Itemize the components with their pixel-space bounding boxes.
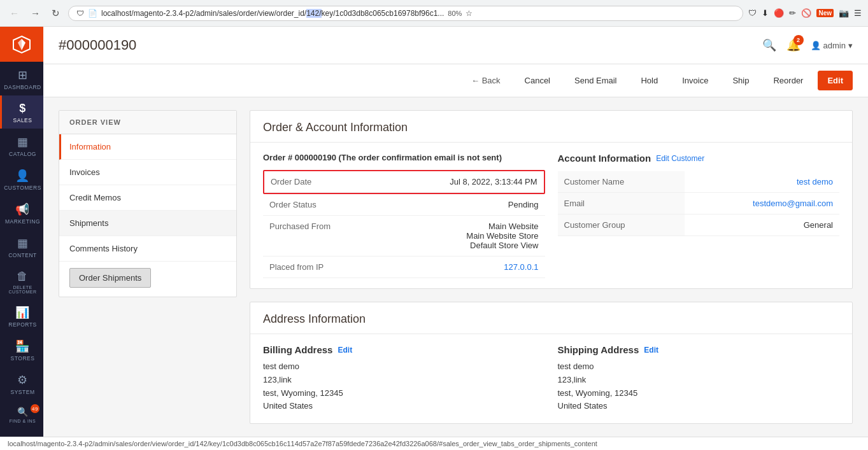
placed-from-ip-value: 127.0.0.1 [390, 257, 544, 278]
sidebar-item-marketing[interactable]: 📢 Marketing [0, 196, 43, 230]
sidebar-item-stores[interactable]: 🏪 Stores [0, 333, 43, 367]
url-bar[interactable]: 🛡 📄 localhost/magento-2.3.4-p2/admin/sal… [68, 6, 743, 21]
back-button[interactable]: ← Back [462, 71, 510, 90]
sidebar-item-catalog-label: Catalog [9, 151, 36, 157]
order-account-section-title: Order & Account Information [250, 111, 852, 143]
sidebar-item-customers[interactable]: 👤 Customers [0, 162, 43, 196]
account-info-col: Account Information Edit Customer Custom… [558, 153, 840, 278]
order-shipments-button[interactable]: Order Shipments [69, 268, 151, 288]
order-date-value: Jul 8, 2022, 3:13:44 PM [390, 171, 543, 193]
edit-customer-link[interactable]: Edit Customer [656, 154, 704, 163]
order-status-label: Order Status [263, 194, 390, 216]
order-date-label: Order Date [264, 171, 390, 193]
billing-edit-link[interactable]: Edit [338, 346, 352, 355]
billing-address-title: Billing Address Edit [263, 344, 545, 355]
billing-address-block: Billing Address Edit test demo123,linkte… [263, 344, 545, 413]
sidebar-item-dashboard[interactable]: ⊞ Dashboard [0, 62, 43, 95]
page-title: #000000190 [59, 37, 136, 53]
admin-user-label: admin [823, 41, 846, 50]
sidebar-item-delete-customer[interactable]: 🗑 Delete Customer [0, 264, 43, 299]
notification-badge: 2 [793, 35, 804, 45]
shipping-address-text: test demo123,linktest, Wyoming, 12345Uni… [558, 360, 840, 413]
placed-from-ip-row: Placed from IP 127.0.0.1 [263, 257, 545, 278]
purchased-from-row: Purchased From Main Website Main Website… [263, 216, 545, 257]
account-info-title: Account Information [558, 153, 651, 164]
sales-icon: $ [19, 102, 26, 115]
admin-user-menu[interactable]: 👤 admin ▾ [811, 41, 853, 50]
nav-item-shipments[interactable]: Shipments [59, 211, 236, 236]
sidebar-item-content[interactable]: ▦ Content [0, 230, 43, 264]
address-section: Address Information Billing Address Edit… [250, 302, 853, 424]
stores-icon: 🏪 [15, 339, 30, 353]
nav-item-invoices[interactable]: Invoices [59, 160, 236, 185]
sidebar-item-system[interactable]: ⚙ System [0, 367, 43, 400]
sidebar-item-reports[interactable]: 📊 Reports [0, 299, 43, 333]
star-icon[interactable]: ☆ [466, 9, 473, 18]
action-toolbar: ← Back Cancel Send Email Hold Invoice Sh… [43, 64, 868, 97]
shipping-address-label: Shipping Address [558, 344, 639, 355]
edit-browser-icon[interactable]: ✏ [789, 8, 796, 18]
purchased-from-label: Purchased From [263, 216, 390, 257]
address-two-col: Billing Address Edit test demo123,linkte… [250, 334, 852, 423]
app-container: ⊞ Dashboard $ Sales ▦ Catalog 👤 Customer… [0, 27, 868, 450]
forward-nav-button[interactable]: → [27, 6, 43, 20]
svg-marker-1 [18, 39, 22, 50]
nav-item-information[interactable]: Information [59, 134, 236, 160]
url-text: localhost/magento-2.3.4-p2/admin/sales/o… [101, 9, 444, 18]
send-email-button[interactable]: Send Email [565, 71, 626, 90]
order-status-value: Pending [390, 194, 544, 216]
order-info-header: Order # 000000190 (The order confirmatio… [263, 153, 545, 162]
order-account-section-body: Order # 000000190 (The order confirmatio… [250, 143, 852, 288]
shipping-address-block: Shipping Address Edit test demo123,linkt… [558, 344, 840, 413]
shield-browser-icon[interactable]: 🛡 [748, 8, 757, 18]
catalog-icon: ▦ [17, 135, 29, 149]
browser-bar: ← → ↻ 🛡 📄 localhost/magento-2.3.4-p2/adm… [0, 0, 868, 27]
delete-icon: 🗑 [17, 270, 29, 283]
order-info-table: Order Status Pending Purchased From Main… [263, 194, 545, 278]
customer-group-label: Customer Group [558, 214, 685, 236]
sidebar-item-system-label: System [11, 389, 35, 395]
new-icon[interactable]: New [816, 9, 834, 17]
shield-icon: 🛡 [76, 9, 84, 18]
placed-from-ip-label: Placed from IP [263, 257, 390, 278]
customer-name-row: Customer Name test demo [558, 171, 840, 193]
header-actions: 🔍 🔔 2 👤 admin ▾ [762, 38, 853, 52]
find-icon: 🔍 [17, 407, 29, 417]
menu-icon[interactable]: ☰ [854, 8, 862, 18]
main-content: #000000190 🔍 🔔 2 👤 admin ▾ ← Back Cancel… [43, 27, 868, 450]
search-button[interactable]: 🔍 [762, 38, 776, 52]
sidebar-item-reports-label: Reports [8, 321, 36, 328]
sidebar-item-sales[interactable]: $ Sales [0, 95, 43, 129]
order-info-col: Order # 000000190 (The order confirmatio… [263, 153, 545, 278]
camera-icon[interactable]: 📷 [839, 8, 849, 18]
reorder-button[interactable]: Reorder [764, 71, 813, 90]
billing-address-label: Billing Address [263, 344, 332, 355]
dashboard-icon: ⊞ [18, 68, 28, 82]
extension-icon[interactable]: 🔴 [774, 8, 784, 18]
invoice-button[interactable]: Invoice [672, 71, 718, 90]
customer-group-value: General [685, 214, 839, 236]
block-icon[interactable]: 🚫 [801, 8, 811, 18]
hold-button[interactable]: Hold [631, 71, 667, 90]
ship-button[interactable]: Ship [723, 71, 758, 90]
cancel-button[interactable]: Cancel [515, 71, 560, 90]
customer-group-row: Customer Group General [558, 214, 840, 236]
sidebar-item-catalog[interactable]: ▦ Catalog [0, 129, 43, 162]
nav-item-credit-memos[interactable]: Credit Memos [59, 185, 236, 211]
content-area: Order View Information Invoices Credit M… [43, 97, 868, 449]
download-icon[interactable]: ⬇ [762, 8, 769, 18]
account-fields-table: Customer Name test demo Email testdemo@g… [558, 171, 840, 236]
shipping-edit-link[interactable]: Edit [644, 346, 658, 355]
refresh-button[interactable]: ↻ [48, 6, 63, 20]
panel-header: Order View [59, 111, 236, 134]
magento-logo [0, 27, 43, 62]
edit-button[interactable]: Edit [818, 71, 853, 90]
page-icon: 📄 [88, 9, 97, 18]
customer-name-value: test demo [685, 171, 839, 193]
nav-item-comments-history[interactable]: Comments History [59, 236, 236, 262]
sidebar-item-find-label: Find & Ins [10, 419, 36, 423]
sidebar: ⊞ Dashboard $ Sales ▦ Catalog 👤 Customer… [0, 27, 43, 450]
sidebar-item-find[interactable]: 🔍 Find & Ins 49 [0, 400, 43, 428]
marketing-icon: 📢 [15, 202, 30, 216]
back-nav-button[interactable]: ← [6, 6, 22, 20]
